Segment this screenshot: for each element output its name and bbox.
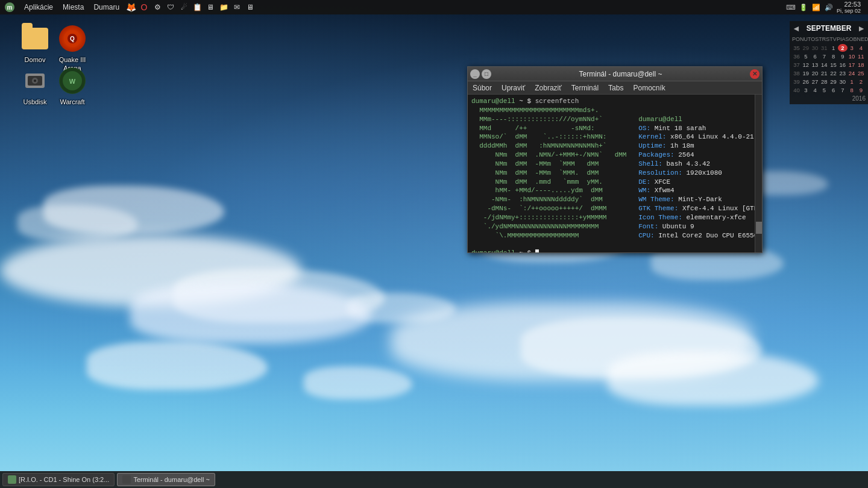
menu-tabs[interactable]: Tabs (603, 81, 628, 94)
scrollbar-thumb[interactable] (756, 222, 762, 234)
quake-icon-img: Q (59, 25, 86, 52)
svg-text:Q: Q (70, 36, 75, 42)
clock-time: 22:53 (837, 1, 861, 8)
window-buttons: _ □ (470, 69, 491, 79)
menu-upravit[interactable]: Upraviť (497, 81, 530, 94)
clock: 22:53 Pi, sep 02 (837, 1, 863, 14)
launcher-app9[interactable]: ✉ (230, 1, 244, 14)
quake-icon: Q (58, 24, 87, 53)
domov-label: Domov (25, 55, 46, 64)
terminal-menubar: Súbor Upraviť Zobraziť Terminál Tabs Pom… (468, 81, 762, 95)
calendar-widget: ◄ SEPTEMBER ► PONUTOSTRSTVPIASOBNED 3529… (790, 21, 868, 104)
terminal-content[interactable]: dumaru@dell ~ $ screenfetch MMMMMMMMMMMM… (468, 95, 755, 252)
folder-icon (20, 24, 49, 53)
launcher-app6[interactable]: 📋 (190, 1, 204, 14)
launcher-app8[interactable]: 📁 (217, 1, 230, 14)
calendar-days-header: PONUTOSTRSTVPIASOBNED (792, 36, 866, 43)
network-icon[interactable]: 📶 (811, 4, 822, 11)
taskbar-left: m Aplikácie Miesta Dumaru 🦊 O ⚙ 🛡 ☄ 📋 🖥 … (0, 1, 785, 14)
battery-icon[interactable]: 🔋 (798, 4, 809, 11)
mint-logo-icon: m (5, 2, 14, 12)
taskbar-music-label: [R.I.O. - CD1 - Shine On (3:2... (19, 476, 109, 483)
volume-icon[interactable]: 🔊 (823, 4, 834, 11)
calendar-prev[interactable]: ◄ (792, 23, 800, 33)
calendar-year: 2016 (792, 95, 866, 102)
close-button[interactable]: ✕ (750, 69, 760, 79)
music-icon (8, 475, 16, 484)
menu-aplikacie[interactable]: Aplikácie (19, 3, 58, 11)
sys-tray: ⌨ 🔋 📶 🔊 (785, 4, 834, 11)
terminal-title: Terminál - dumaru@dell ~ (491, 70, 750, 78)
calendar-header: ◄ SEPTEMBER ► (792, 23, 866, 33)
folder-shape (22, 28, 48, 49)
calendar-title: SEPTEMBER (807, 24, 852, 33)
warcraft-label: Warcraft (60, 98, 84, 106)
menu-terminal[interactable]: Terminál (567, 81, 603, 94)
launcher-app10[interactable]: 🖥 (244, 1, 257, 14)
terminal-scrollbar[interactable] (755, 95, 762, 252)
terminal-icon (122, 475, 131, 484)
launcher-app3[interactable]: ⚙ (151, 1, 164, 14)
warcraft-icon: W (58, 66, 87, 95)
taskbar-bottom: [R.I.O. - CD1 - Shine On (3:2... Terminá… (0, 471, 868, 488)
taskbar-terminal-btn[interactable]: Terminál - dumaru@dell ~ (117, 473, 215, 486)
calendar-next[interactable]: ► (857, 23, 866, 33)
menu-subor[interactable]: Súbor (468, 81, 497, 94)
launcher-firefox[interactable]: 🦊 (124, 1, 137, 14)
svg-text:W: W (69, 78, 76, 85)
desktop-icon-warcraft[interactable]: W Warcraft (48, 66, 96, 106)
taskbar-music-btn[interactable]: [R.I.O. - CD1 - Shine On (3:2... (2, 473, 115, 486)
mint-logo[interactable]: m (0, 2, 19, 12)
terminal-titlebar: _ □ Terminál - dumaru@dell ~ ✕ (468, 67, 762, 81)
launcher-app5[interactable]: ☄ (177, 1, 190, 14)
menu-miesta[interactable]: Miesta (58, 3, 89, 11)
menu-dumaru[interactable]: Dumaru (89, 3, 124, 11)
keyboard-icon[interactable]: ⌨ (785, 4, 796, 11)
menu-pomocnik[interactable]: Pomocník (628, 81, 670, 94)
terminal-window[interactable]: _ □ Terminál - dumaru@dell ~ ✕ Súbor Upr… (467, 66, 763, 253)
desktop-icon-quake[interactable]: Q Quake IIIArena (48, 24, 96, 73)
menu-zobrazit[interactable]: Zobraziť (530, 81, 567, 94)
scrollbar-track (755, 95, 762, 252)
maximize-button[interactable]: □ (482, 69, 491, 79)
launcher-app7[interactable]: 🖥 (204, 1, 217, 14)
usbdisk-label: Usbdisk (23, 98, 46, 106)
warcraft-icon-img: W (59, 67, 86, 94)
minimize-button[interactable]: _ (470, 69, 480, 79)
svg-point-6 (34, 80, 36, 82)
taskbar-top: m Aplikácie Miesta Dumaru 🦊 O ⚙ 🛡 ☄ 📋 🖥 … (0, 0, 868, 14)
taskbar-terminal-label: Terminál - dumaru@dell ~ (133, 476, 209, 483)
calendar-grid: 3529303112343656789101137121314151617183… (792, 44, 866, 94)
launcher-opera[interactable]: O (137, 1, 151, 14)
terminal-body[interactable]: dumaru@dell ~ $ screenfetch MMMMMMMMMMMM… (468, 95, 762, 252)
usb-icon (20, 66, 49, 95)
taskbar-right: ⌨ 🔋 📶 🔊 22:53 Pi, sep 02 (785, 1, 868, 14)
launcher-app4[interactable]: 🛡 (164, 1, 177, 14)
clock-date: Pi, sep 02 (837, 8, 861, 14)
